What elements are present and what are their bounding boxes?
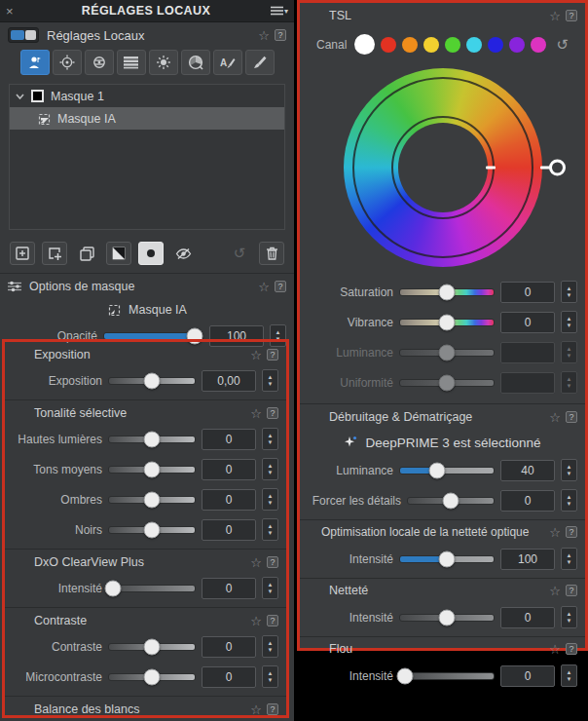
- channel-dot-red[interactable]: [381, 37, 396, 53]
- stepper[interactable]: ▲▼: [262, 665, 278, 688]
- channel-reset-icon[interactable]: ↺: [556, 36, 569, 54]
- channel-dot-magenta[interactable]: [531, 37, 546, 53]
- slider-track[interactable]: [108, 496, 196, 504]
- favorite-icon[interactable]: ☆: [549, 585, 561, 597]
- slider-track[interactable]: [108, 643, 196, 651]
- slider-thumb[interactable]: [144, 668, 161, 685]
- tool-color-range-mask[interactable]: [181, 50, 210, 75]
- stepper[interactable]: ▲▼: [262, 488, 278, 511]
- favorite-icon[interactable]: ☆: [250, 703, 262, 716]
- value-box[interactable]: 0: [500, 665, 555, 687]
- favorite-icon[interactable]: ☆: [250, 556, 262, 569]
- close-icon[interactable]: ×: [6, 4, 21, 19]
- slider-thumb[interactable]: [443, 492, 459, 509]
- tool-luminosity-mask[interactable]: [149, 50, 178, 75]
- stepper[interactable]: ▲▼: [262, 428, 278, 450]
- vibrance-slider[interactable]: [399, 319, 495, 326]
- hue-handle-knob[interactable]: [549, 160, 566, 176]
- stepper[interactable]: ▲▼: [262, 635, 278, 658]
- duplicate-mask-icon[interactable]: [74, 242, 99, 265]
- tool-auto-mask-brush[interactable]: A: [213, 50, 242, 75]
- slider-track[interactable]: [108, 673, 196, 681]
- help-icon[interactable]: ?: [267, 407, 278, 419]
- slider-thumb[interactable]: [144, 431, 161, 447]
- help-icon[interactable]: ?: [566, 643, 577, 655]
- favorite-icon[interactable]: ☆: [549, 411, 561, 424]
- value-box[interactable]: 0: [202, 636, 256, 658]
- value-box[interactable]: 0: [500, 607, 555, 628]
- tool-brush[interactable]: [245, 50, 275, 75]
- slider-thumb[interactable]: [144, 491, 161, 508]
- stepper[interactable]: ▲▼: [561, 606, 577, 628]
- denoise-luminance-slider[interactable]: [399, 467, 495, 474]
- help-icon[interactable]: ?: [267, 703, 278, 715]
- value-box[interactable]: 0: [500, 312, 555, 333]
- favorite-icon[interactable]: ☆: [549, 526, 561, 539]
- channel-dot-blue[interactable]: [488, 37, 503, 53]
- slider-thumb[interactable]: [396, 667, 413, 684]
- stepper[interactable]: ▲▼: [262, 577, 278, 599]
- slider-thumb[interactable]: [439, 550, 456, 567]
- slider-thumb[interactable]: [104, 580, 121, 596]
- stepper[interactable]: ▲▼: [262, 518, 278, 541]
- slider-thumb[interactable]: [439, 284, 456, 300]
- stepper[interactable]: ▲▼: [262, 369, 278, 392]
- help-icon[interactable]: ?: [566, 10, 577, 21]
- slider-thumb[interactable]: [144, 461, 161, 477]
- stepper[interactable]: ▲▼: [561, 459, 577, 481]
- slider-track[interactable]: [108, 436, 196, 443]
- slider-thumb[interactable]: [439, 609, 456, 626]
- stepper[interactable]: ▲▼: [561, 548, 577, 570]
- hide-mask-eye-off-icon[interactable]: [170, 242, 196, 265]
- slider-track[interactable]: [108, 585, 196, 592]
- favorite-icon[interactable]: ☆: [250, 407, 262, 420]
- slider-thumb[interactable]: [144, 521, 161, 538]
- channel-dot-yellow[interactable]: [423, 37, 439, 53]
- invert-mask-icon[interactable]: [106, 242, 131, 265]
- help-icon[interactable]: ?: [267, 349, 278, 360]
- help-icon[interactable]: ?: [267, 615, 278, 626]
- force-details-slider[interactable]: [407, 497, 495, 505]
- stepper[interactable]: ▲▼: [561, 281, 577, 303]
- show-mask-icon[interactable]: [138, 242, 164, 265]
- channel-dot-white[interactable]: [354, 34, 375, 55]
- slider-thumb[interactable]: [144, 638, 161, 655]
- help-icon[interactable]: ?: [566, 526, 577, 538]
- value-box[interactable]: 0: [202, 578, 256, 599]
- stepper[interactable]: ▲▼: [561, 489, 577, 512]
- help-icon[interactable]: ?: [275, 29, 286, 41]
- value-box[interactable]: 40: [500, 460, 555, 481]
- favorite-icon[interactable]: ☆: [258, 29, 270, 42]
- stepper[interactable]: ▲▼: [561, 664, 577, 687]
- tool-control-point[interactable]: [53, 50, 82, 75]
- mask-group-row[interactable]: Masque 1: [10, 85, 284, 107]
- favorite-icon[interactable]: ☆: [549, 643, 561, 656]
- value-box[interactable]: 0: [500, 282, 555, 303]
- favorite-icon[interactable]: ☆: [250, 615, 262, 627]
- slider-thumb[interactable]: [429, 462, 446, 478]
- panel-menu-button[interactable]: ▾: [271, 6, 288, 16]
- channel-dot-purple[interactable]: [509, 37, 525, 53]
- optics-intensity-slider[interactable]: [399, 555, 495, 563]
- stepper[interactable]: ▲▼: [262, 458, 278, 480]
- tool-graduated-filter[interactable]: [117, 50, 146, 75]
- slider-track[interactable]: [108, 526, 196, 534]
- sharpness-intensity-slider[interactable]: [399, 614, 495, 622]
- value-box[interactable]: 0: [500, 490, 555, 512]
- help-icon[interactable]: ?: [566, 585, 577, 596]
- slider-track[interactable]: [108, 377, 196, 385]
- value-box[interactable]: 0: [202, 666, 256, 688]
- channel-dot-orange[interactable]: [402, 37, 418, 53]
- blur-intensity-slider[interactable]: [399, 672, 495, 680]
- help-icon[interactable]: ?: [267, 556, 278, 568]
- enable-toggle[interactable]: [8, 27, 39, 43]
- value-box[interactable]: 100: [500, 549, 555, 570]
- new-mask-icon[interactable]: [10, 242, 35, 265]
- reset-icon[interactable]: ↺: [227, 242, 252, 265]
- channel-dot-cyan[interactable]: [466, 37, 482, 53]
- mask-child-row[interactable]: Masque IA: [10, 107, 284, 130]
- favorite-icon[interactable]: ☆: [549, 10, 561, 22]
- saturation-slider[interactable]: [399, 288, 495, 296]
- add-submask-icon[interactable]: [42, 242, 67, 265]
- favorite-icon[interactable]: ☆: [250, 349, 262, 361]
